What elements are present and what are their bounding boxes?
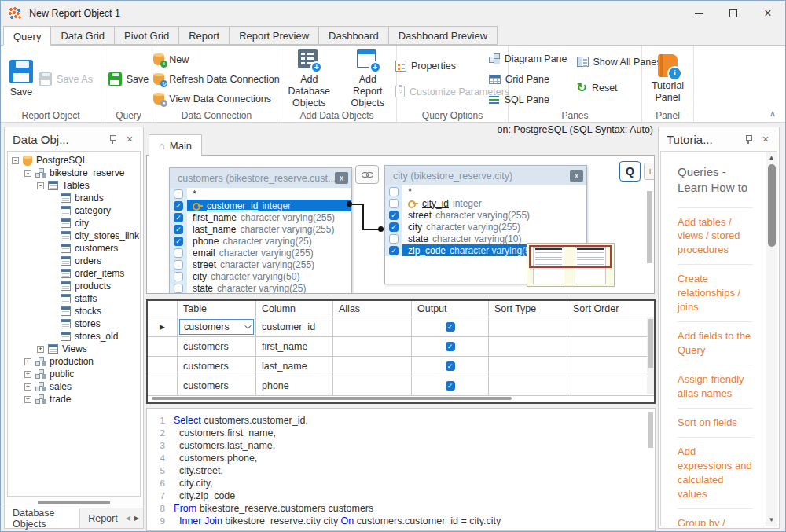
save-report-object-button[interactable]: Save bbox=[6, 57, 36, 101]
tree-node-city-stores-link[interactable]: city_stores_link bbox=[8, 229, 140, 242]
refresh-data-connection-button[interactable]: Refresh Data Connection bbox=[151, 72, 281, 86]
grid-cell-table[interactable]: customers bbox=[178, 376, 256, 395]
field-checkbox[interactable] bbox=[389, 246, 399, 255]
add-query-tab-button[interactable]: + bbox=[644, 163, 655, 180]
properties-button[interactable]: Properties bbox=[393, 59, 458, 73]
tutorial-link-add-tables[interactable]: Add tables / views / stored procedures bbox=[678, 208, 753, 266]
diagram-minimap[interactable] bbox=[527, 243, 615, 287]
collapse-expander-icon[interactable] bbox=[37, 182, 44, 189]
tree-node-postgresql[interactable]: PostgreSQL bbox=[8, 154, 140, 167]
grid-cell-column[interactable]: phone bbox=[256, 376, 333, 395]
scroll-down-icon[interactable]: ▼ bbox=[769, 516, 775, 523]
tree-node-category[interactable]: category bbox=[8, 204, 140, 217]
field-checkbox[interactable] bbox=[389, 187, 399, 196]
expand-expander-icon[interactable] bbox=[24, 383, 31, 391]
tutorial-link-group-by[interactable]: Group by / summarize / add aggregate fun… bbox=[678, 509, 753, 526]
grid-cell-alias[interactable] bbox=[333, 376, 412, 395]
tutorial-panel-button[interactable]: Tutorial Panel bbox=[645, 52, 690, 106]
tab-dashboard-preview[interactable]: Dashboard Preview bbox=[388, 26, 498, 45]
close-button[interactable]: × bbox=[751, 1, 785, 26]
field-checkbox[interactable] bbox=[174, 201, 183, 211]
grid-cell-column[interactable]: last_name bbox=[256, 357, 333, 376]
city-table-header[interactable]: city (bikestore_reserve.city) x bbox=[385, 166, 586, 185]
grid-vertical-scrollbar[interactable] bbox=[647, 317, 654, 394]
grid-cell-alias[interactable] bbox=[333, 317, 412, 336]
save-query-button[interactable]: Save bbox=[106, 71, 152, 87]
grid-horizontal-scrollbar[interactable] bbox=[152, 397, 512, 400]
scroll-left-icon[interactable]: ◀ bbox=[126, 515, 130, 522]
field-row-street[interactable]: streetcharacter varying(255) bbox=[385, 209, 586, 221]
minimize-button[interactable] bbox=[681, 1, 716, 26]
grid-cell-column[interactable]: first_name bbox=[256, 337, 333, 356]
tab-database-objects[interactable]: Database Objects bbox=[5, 508, 80, 528]
collapse-expander-icon[interactable] bbox=[24, 170, 31, 177]
add-report-objects-button[interactable]: + Add Report Objects bbox=[343, 46, 393, 112]
tutorial-scrollbar[interactable]: ▲ ▼ bbox=[766, 152, 777, 526]
tree-node-stores[interactable]: stores bbox=[8, 317, 140, 330]
tree-node-views[interactable]: Views bbox=[8, 343, 140, 355]
field-checkbox[interactable] bbox=[389, 222, 399, 232]
field-checkbox[interactable] bbox=[174, 260, 183, 270]
current-row-marker[interactable]: ▶ bbox=[148, 317, 178, 336]
tab-data-grid[interactable]: Data Grid bbox=[50, 26, 115, 45]
panel-close-button[interactable]: × bbox=[757, 130, 774, 148]
field-checkbox[interactable] bbox=[389, 234, 399, 244]
expand-expander-icon[interactable] bbox=[37, 346, 44, 353]
pin-button[interactable] bbox=[104, 130, 121, 148]
sql-pane-button[interactable]: SQL Pane bbox=[487, 93, 552, 107]
ribbon-collapse-chevron-icon[interactable]: ∧ bbox=[769, 108, 776, 119]
field-row-email[interactable]: emailcharacter varying(255) bbox=[170, 247, 351, 259]
expand-expander-icon[interactable] bbox=[24, 371, 31, 378]
tab-dashboard[interactable]: Dashboard bbox=[318, 26, 389, 45]
expand-expander-icon[interactable] bbox=[24, 358, 31, 365]
diagram-vertical-scrollbar[interactable] bbox=[647, 191, 652, 263]
sql-editor-pane[interactable]: 1Select customers.customer_id, 2 custome… bbox=[146, 408, 656, 531]
field-row-customer-id[interactable]: customer_idinteger bbox=[170, 200, 351, 211]
tutorial-link-alias-names[interactable]: Assign friendly alias names bbox=[678, 365, 753, 409]
output-checkbox[interactable] bbox=[446, 381, 455, 391]
row-selector[interactable] bbox=[148, 337, 178, 356]
grid-cell-sort-order[interactable] bbox=[567, 357, 645, 376]
tree-node-sales[interactable]: sales bbox=[8, 380, 140, 393]
city-table-close-icon[interactable]: x bbox=[570, 170, 583, 182]
grid-cell-output[interactable] bbox=[412, 357, 489, 376]
field-row-city[interactable]: citycharacter varying(50) bbox=[170, 270, 351, 282]
tree-node-tables[interactable]: Tables bbox=[8, 179, 140, 192]
expand-expander-icon[interactable] bbox=[24, 396, 31, 403]
tree-node-bikestore-reserve[interactable]: bikestore_reserve bbox=[8, 167, 140, 179]
tab-query[interactable]: Query bbox=[3, 26, 51, 46]
tree-node-orders[interactable]: orders bbox=[8, 255, 140, 267]
column-header-column[interactable]: Column bbox=[256, 301, 333, 317]
table-combo-box[interactable]: customers bbox=[179, 319, 254, 335]
field-checkbox[interactable] bbox=[174, 248, 183, 258]
tree-horizontal-scrollbar[interactable] bbox=[11, 498, 137, 506]
field-row-state[interactable]: statecharacter varying(25) bbox=[170, 282, 351, 294]
row-selector[interactable] bbox=[148, 376, 178, 395]
tree-node-city[interactable]: city bbox=[8, 217, 140, 229]
column-header-table[interactable]: Table bbox=[178, 301, 256, 317]
tree-node-staffs[interactable]: staffs bbox=[8, 292, 140, 305]
grid-cell-output[interactable] bbox=[412, 337, 489, 356]
field-row-star[interactable]: * bbox=[170, 188, 351, 200]
tab-pivot-grid[interactable]: Pivot Grid bbox=[114, 26, 179, 45]
grid-cell-sort-type[interactable] bbox=[489, 357, 567, 376]
output-checkbox[interactable] bbox=[446, 322, 455, 332]
grid-cell-output[interactable] bbox=[412, 376, 489, 395]
scrollbar-thumb[interactable] bbox=[768, 164, 776, 247]
tutorial-link-sort-fields[interactable]: Sort on fields bbox=[678, 409, 753, 438]
field-checkbox[interactable] bbox=[174, 189, 183, 199]
join-link-button[interactable] bbox=[355, 165, 379, 184]
tutorial-link-expressions[interactable]: Add expressions and calculated values bbox=[678, 438, 753, 509]
field-checkbox[interactable] bbox=[389, 199, 399, 208]
field-checkbox[interactable] bbox=[174, 213, 183, 222]
grid-cell-table[interactable]: customers bbox=[178, 357, 256, 376]
customers-table-box[interactable]: customers (bikestore_reserve.cust... x *… bbox=[169, 167, 352, 294]
field-row-star[interactable]: * bbox=[385, 185, 586, 197]
field-row-city[interactable]: citycharacter varying(255) bbox=[385, 221, 586, 233]
add-database-objects-button[interactable]: + Add Database Objects bbox=[281, 46, 338, 112]
tree-node-brands[interactable]: brands bbox=[8, 192, 140, 204]
minimap-viewport-rect[interactable] bbox=[529, 245, 612, 268]
tree-node-stores-old[interactable]: stores_old bbox=[8, 330, 140, 343]
tree-node-production[interactable]: production bbox=[8, 355, 140, 368]
grid-cell-alias[interactable] bbox=[333, 357, 412, 376]
